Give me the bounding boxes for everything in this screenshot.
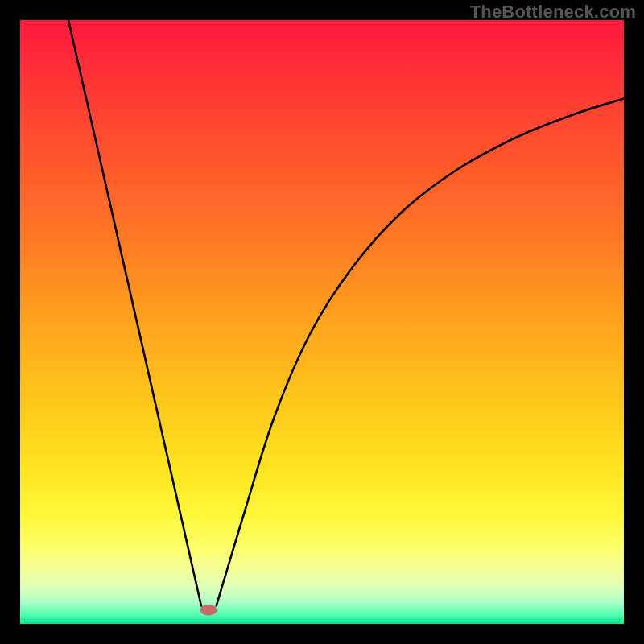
gradient-background xyxy=(20,20,624,624)
watermark-text: TheBottleneck.com xyxy=(470,2,636,23)
chart-svg xyxy=(20,20,624,624)
plot-area xyxy=(20,20,624,624)
chart-frame: TheBottleneck.com xyxy=(0,0,644,644)
optimal-point-marker xyxy=(200,605,217,616)
